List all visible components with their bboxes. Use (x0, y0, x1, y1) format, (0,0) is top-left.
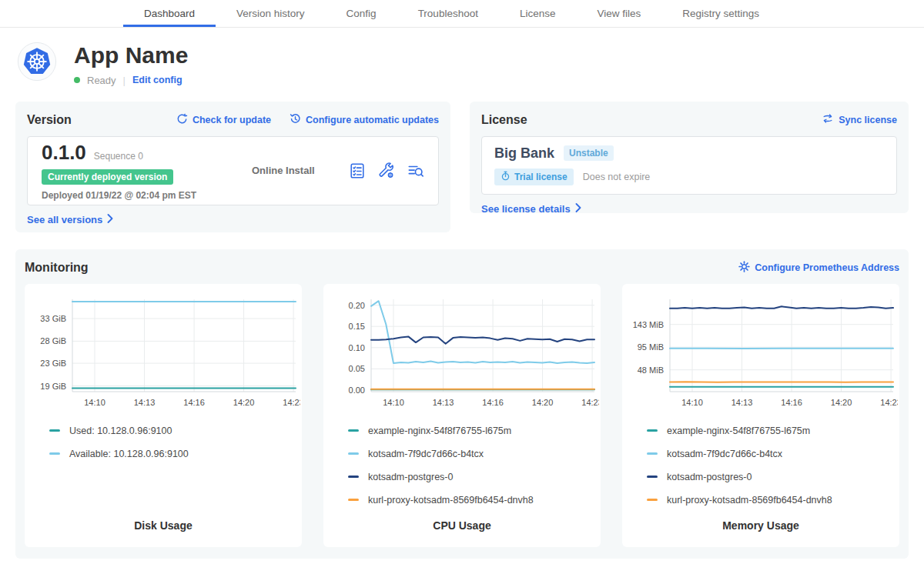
top-nav: Dashboard Version history Config Trouble… (0, 0, 924, 28)
legend-item: kotsadm-postgres-0 (647, 472, 898, 482)
sequence-label: Sequence 0 (94, 151, 143, 162)
svg-text:19 GiB: 19 GiB (40, 381, 66, 390)
license-card-title: License (481, 113, 527, 127)
legend-item: kotsadm-7f9dc7d66c-b4tcx (348, 449, 599, 459)
legend-swatch (49, 429, 60, 432)
configure-automatic-updates-label: Configure automatic updates (306, 115, 439, 125)
legend-label: Used: 10.128.0.96:9100 (69, 425, 172, 436)
scheduled-update-clock-icon (290, 113, 301, 127)
preflight-checklist-icon[interactable] (349, 162, 366, 179)
memory-usage-chart-card: 48 MiB95 MiB143 MiB14:1014:1314:1614:201… (622, 284, 899, 547)
tab-registry-settings[interactable]: Registry settings (661, 0, 780, 27)
svg-text:23 GiB: 23 GiB (40, 359, 66, 368)
sync-license-label: Sync license (839, 115, 897, 125)
edit-config-link[interactable]: Edit config (132, 75, 182, 85)
sync-arrows-icon (822, 113, 834, 126)
tab-label: Dashboard (144, 8, 195, 19)
svg-text:33 GiB: 33 GiB (40, 314, 66, 323)
wrench-gear-icon[interactable] (378, 162, 395, 179)
tab-label: View files (597, 8, 641, 19)
see-license-details-label: See license details (481, 203, 571, 215)
legend-item: Available: 10.128.0.96:9100 (49, 449, 300, 459)
legend-item: Used: 10.128.0.96:9100 (49, 425, 300, 436)
chevron-right-icon (575, 203, 581, 215)
legend-swatch (348, 499, 359, 501)
channel-badge: Unstable (564, 145, 614, 161)
deployed-badge: Currently deployed version (42, 169, 173, 185)
tab-label: Version history (236, 8, 305, 19)
tab-version-history[interactable]: Version history (216, 0, 326, 27)
legend-swatch (647, 476, 658, 478)
cpu-usage-chart-card: 0.000.050.100.150.2014:1014:1314:1614:20… (323, 284, 601, 547)
legend-item: kurl-proxy-kotsadm-8569fb6454-dnvh8 (647, 495, 898, 506)
chart-title: CPU Usage (325, 519, 599, 547)
svg-text:14:10: 14:10 (84, 398, 105, 407)
legend-label: Available: 10.128.0.96:9100 (69, 449, 189, 459)
sync-license-button[interactable]: Sync license (822, 113, 897, 126)
svg-text:0.05: 0.05 (349, 364, 365, 373)
svg-text:0.00: 0.00 (349, 385, 365, 394)
chart-title: Memory Usage (624, 519, 898, 547)
check-for-update-label: Check for update (192, 115, 271, 125)
svg-text:28 GiB: 28 GiB (40, 336, 66, 345)
svg-text:0.20: 0.20 (349, 300, 365, 309)
cpu-usage-legend: example-nginx-54f8f76755-l675mkotsadm-7f… (325, 415, 599, 506)
legend-item: kurl-proxy-kotsadm-8569fb6454-dnvh8 (348, 495, 599, 506)
tab-dashboard[interactable]: Dashboard (123, 0, 216, 27)
monitoring-section: Monitoring Configure Prometheus Address (15, 249, 909, 559)
license-type-label: Trial license (514, 172, 567, 182)
chart-title: Disk Usage (26, 519, 300, 547)
svg-text:14:23: 14:23 (581, 398, 599, 407)
memory-usage-chart: 48 MiB95 MiB143 MiB14:1014:1314:1614:201… (624, 292, 898, 415)
tab-troubleshoot[interactable]: Troubleshoot (397, 0, 499, 27)
logs-search-icon[interactable] (407, 162, 424, 179)
legend-label: kotsadm-7f9dc7d66c-b4tcx (368, 449, 484, 459)
tab-license[interactable]: License (499, 0, 577, 27)
expiry-text: Does not expire (583, 172, 651, 182)
chevron-right-icon (107, 214, 113, 225)
configure-prometheus-label: Configure Prometheus Address (755, 262, 899, 273)
legend-label: kurl-proxy-kotsadm-8569fb6454-dnvh8 (667, 495, 832, 506)
license-panel: Big Bank Unstable Trial l (481, 136, 897, 195)
monitoring-title: Monitoring (25, 261, 89, 275)
svg-text:95 MiB: 95 MiB (638, 342, 664, 352)
tab-config[interactable]: Config (326, 0, 397, 27)
memory-usage-legend: example-nginx-54f8f76755-l675mkotsadm-7f… (624, 415, 898, 506)
svg-text:14:13: 14:13 (732, 398, 753, 407)
svg-text:14:16: 14:16 (482, 398, 504, 407)
app-header: App Name Ready | Edit config (17, 42, 909, 86)
svg-text:0.15: 0.15 (349, 322, 365, 331)
tab-label: Registry settings (682, 8, 759, 19)
cpu-usage-chart: 0.000.050.100.150.2014:1014:1314:1614:20… (325, 292, 599, 415)
app-status: Ready (87, 75, 116, 86)
license-card: License Sync license Big Bank (470, 102, 909, 213)
see-all-versions-label: See all versions (27, 214, 102, 225)
svg-text:14:10: 14:10 (681, 398, 703, 407)
version-card: Version Check for update (15, 102, 450, 232)
tab-view-files[interactable]: View files (576, 0, 661, 27)
legend-item: example-nginx-54f8f76755-l675m (348, 425, 599, 436)
configure-prometheus-button[interactable]: Configure Prometheus Address (738, 261, 899, 275)
stopwatch-icon (500, 171, 511, 183)
tab-label: Troubleshoot (418, 8, 478, 19)
refresh-icon (176, 113, 188, 127)
svg-text:14:20: 14:20 (532, 398, 554, 407)
divider: | (123, 75, 126, 86)
app-name: App Name (74, 43, 188, 68)
see-license-details-link[interactable]: See license details (481, 203, 581, 215)
configure-automatic-updates-button[interactable]: Configure automatic updates (290, 113, 439, 127)
legend-item: kotsadm-postgres-0 (348, 472, 599, 482)
check-for-update-button[interactable]: Check for update (176, 113, 271, 127)
tab-label: License (520, 8, 556, 19)
legend-swatch (348, 452, 359, 455)
disk-usage-legend: Used: 10.128.0.96:9100Available: 10.128.… (26, 415, 300, 459)
svg-text:143 MiB: 143 MiB (633, 319, 664, 329)
legend-swatch (348, 429, 359, 432)
svg-text:0.10: 0.10 (349, 342, 365, 352)
legend-label: kotsadm-postgres-0 (368, 472, 453, 482)
legend-swatch (647, 429, 658, 432)
svg-text:14:10: 14:10 (383, 398, 404, 407)
disk-usage-chart-card: 19 GiB23 GiB28 GiB33 GiB14:1014:1314:161… (25, 284, 302, 547)
kubernetes-logo-icon (17, 42, 57, 82)
see-all-versions-link[interactable]: See all versions (27, 214, 113, 225)
